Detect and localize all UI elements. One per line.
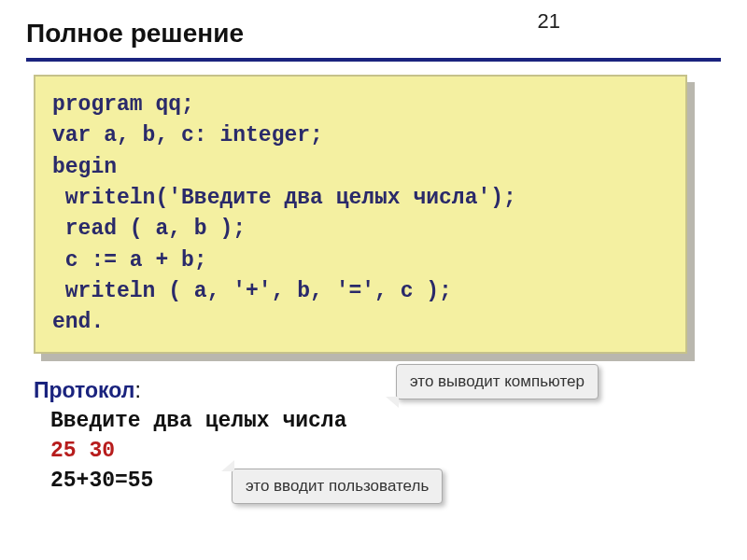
- code-line: writeln ( a, '+', b, '=', c );: [52, 279, 452, 303]
- protocol-input: 25 30: [50, 439, 721, 463]
- page-number: 21: [538, 9, 560, 34]
- slide-title: Полное решение: [26, 19, 721, 54]
- callout-computer-output: это выводит компьютер: [396, 364, 599, 399]
- code-line: var a, b, c: integer;: [52, 123, 323, 147]
- code-block-shadow: program qq; var a, b, c: integer; begin …: [34, 75, 687, 354]
- slide: 21 Полное решение program qq; var a, b, …: [0, 0, 747, 560]
- code-line: end.: [52, 310, 104, 334]
- protocol-colon: :: [134, 378, 140, 402]
- code-line: c := a + b;: [52, 248, 207, 273]
- callout-text: это вводит пользователь: [246, 477, 429, 495]
- callout-text: это выводит компьютер: [410, 372, 585, 390]
- code-line: begin: [52, 155, 117, 179]
- code-block: program qq; var a, b, c: integer; begin …: [34, 75, 687, 354]
- callout-user-input: это вводит пользователь: [232, 469, 443, 504]
- code-line: program qq;: [52, 92, 194, 117]
- title-rule: [26, 58, 721, 62]
- code-line: writeln('Введите два целых числа');: [52, 186, 516, 210]
- protocol-prompt: Введите два целых числа: [50, 409, 721, 433]
- protocol-label: Протокол: [34, 378, 134, 402]
- code-line: read ( a, b );: [52, 217, 246, 241]
